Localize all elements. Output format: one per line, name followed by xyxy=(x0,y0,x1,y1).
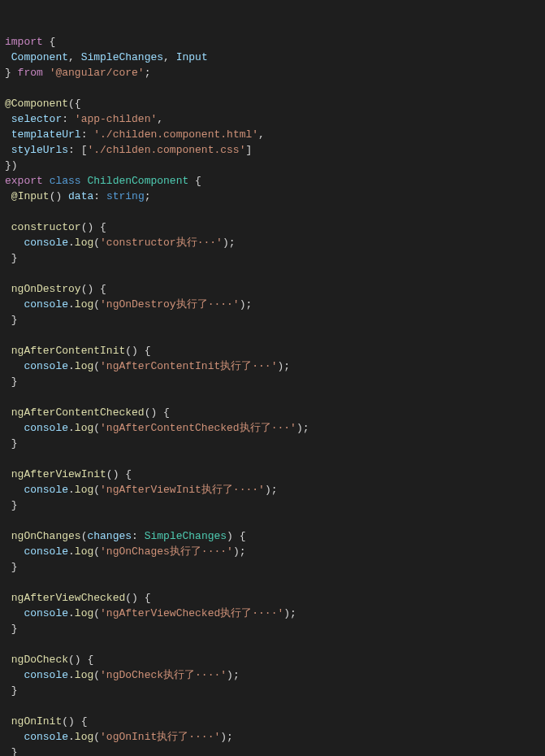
ident-component: Component xyxy=(11,51,68,63)
method-ngonchanges: ngOnChanges xyxy=(11,530,81,542)
method-constructor: constructor xyxy=(11,221,81,233)
ident-input: Input xyxy=(176,51,208,63)
ident-simplechanges: SimpleChanges xyxy=(81,51,163,63)
string-angular-core: '@angular/core' xyxy=(50,67,145,79)
string-styleurls: './childen.component.css' xyxy=(87,144,245,156)
method-ngaftercontentinit: ngAfterContentInit xyxy=(11,345,125,357)
string-templateurl: './childen.component.html' xyxy=(93,128,258,141)
prop-templateurl: templateUrl xyxy=(11,128,81,141)
msg-ngafterviewinit: 'ngAfterViewInit执行了····' xyxy=(100,484,265,496)
class-name: ChildenComponent xyxy=(87,175,188,187)
method-ngaftercontentchecked: ngAfterContentChecked xyxy=(11,406,145,419)
decorator-component: Component xyxy=(11,98,68,110)
prop-selector: selector xyxy=(11,113,62,125)
keyword-from: from xyxy=(18,67,43,79)
prop-styleurls: styleUrls xyxy=(11,144,68,156)
msg-ngoninit: 'ogOnInit执行了····' xyxy=(100,731,220,743)
method-ngafterviewchecked: ngAfterViewChecked xyxy=(11,592,125,604)
type-simplechanges: SimpleChanges xyxy=(145,530,227,542)
msg-ngonchanges: 'ngOnChages执行了····' xyxy=(100,545,233,558)
msg-ngdocheck: 'ngDoCheck执行了····' xyxy=(100,669,227,681)
keyword-class: class xyxy=(50,175,81,187)
decorator-at2: @ xyxy=(11,190,18,202)
msg-constructor: 'constructor执行···' xyxy=(100,237,223,249)
console-obj: console xyxy=(24,237,68,249)
decorator-input: Input xyxy=(18,190,50,202)
ident-data: data xyxy=(68,190,93,202)
method-ngoninit: ngOnInit xyxy=(11,715,62,728)
msg-ngaftercontentinit: 'ngAfterContentInit执行了···' xyxy=(100,360,277,372)
msg-ngondestroy: 'ngOnDestroy执行了····' xyxy=(100,298,240,311)
keyword-import: import xyxy=(5,36,43,48)
keyword-export: export xyxy=(5,175,43,187)
param-changes: changes xyxy=(87,530,132,542)
method-ngondestroy: ngOnDestroy xyxy=(11,283,81,295)
decorator-at: @ xyxy=(5,98,11,110)
msg-ngaftercontentchecked: 'ngAfterContentChecked执行了···' xyxy=(100,422,296,434)
type-string: string xyxy=(106,190,145,202)
string-selector: 'app-childen' xyxy=(75,113,157,125)
msg-ngafterviewchecked: 'ngAfterViewChecked执行了····' xyxy=(100,607,283,619)
method-ngdocheck: ngDoCheck xyxy=(11,654,68,666)
code-editor[interactable]: import { Component, SimpleChanges, Input… xyxy=(5,34,540,756)
method-ngafterviewinit: ngAfterViewInit xyxy=(11,468,106,480)
log-fn: log xyxy=(75,237,93,249)
